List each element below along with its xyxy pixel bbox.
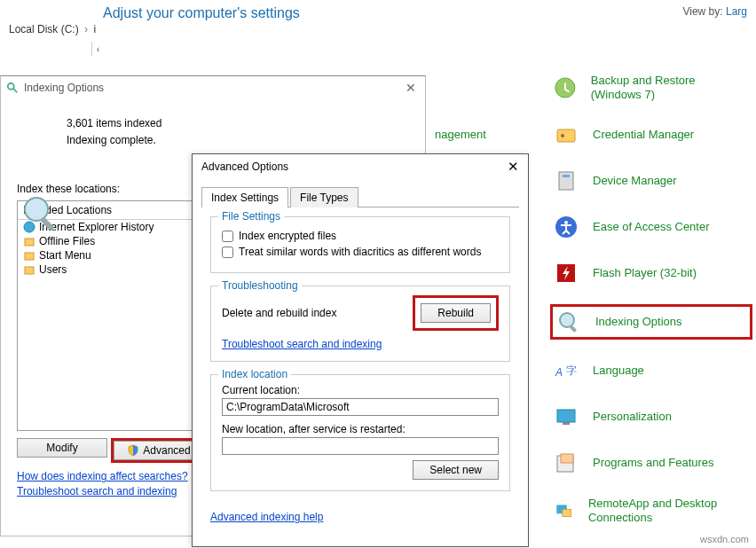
cp-item-credential[interactable]: Credential Manager — [550, 120, 752, 150]
breadcrumb-fragment: i — [93, 23, 96, 35]
index-icon — [556, 309, 581, 334]
svg-rect-23 — [40, 216, 55, 231]
list-item-label: Start Menu — [39, 249, 91, 262]
tab-index-settings[interactable]: Index Settings — [201, 187, 288, 207]
svg-line-21 — [13, 89, 17, 92]
select-new-button[interactable]: Select new — [413, 460, 499, 480]
folder-icon — [23, 249, 35, 262]
indexing-status: Indexing complete. — [67, 132, 409, 149]
cp-item-label: RemoteApp and Desktop Connections — [588, 497, 749, 524]
svg-text:字: 字 — [566, 364, 577, 377]
svg-point-8 — [560, 313, 574, 327]
svg-rect-27 — [25, 267, 34, 274]
folder-icon — [23, 263, 35, 276]
folder-icon — [23, 235, 35, 247]
cp-item-language[interactable]: A字Language — [550, 356, 752, 386]
file-settings-group: File Settings Index encrypted files Trea… — [210, 216, 510, 273]
index-location-group: Index location Current location: New loc… — [210, 374, 510, 491]
watermark: wsxdn.com — [700, 534, 749, 544]
svg-point-20 — [8, 83, 14, 90]
svg-rect-4 — [563, 175, 570, 177]
shield-icon — [127, 444, 139, 457]
svg-rect-26 — [25, 253, 34, 260]
cp-item-index[interactable]: Indexing Options — [550, 304, 752, 340]
credential-icon — [554, 122, 579, 147]
cp-item-remote[interactable]: RemoteApp and Desktop Connections — [550, 494, 752, 527]
personalization-icon — [554, 404, 579, 429]
cp-item-label: Flash Player (32-bit) — [593, 266, 697, 280]
tabs: Index Settings File Types — [201, 186, 519, 207]
titlebar[interactable]: Indexing Options ✕ — [1, 76, 425, 99]
rebuild-desc: Delete and rebuild index — [222, 307, 336, 319]
current-location-field[interactable] — [222, 398, 499, 416]
advanced-indexing-help-link[interactable]: Advanced indexing help — [210, 511, 323, 523]
cp-item-label: Personalization — [593, 410, 672, 424]
language-icon: A字 — [554, 358, 579, 383]
list-item-label: Users — [39, 263, 67, 276]
view-by-value[interactable]: Larg — [726, 5, 747, 18]
cp-item-flash[interactable]: Flash Player (32-bit) — [550, 258, 752, 288]
view-by[interactable]: View by: Larg — [682, 5, 747, 18]
device-icon — [554, 168, 579, 193]
cp-item-label: Device Manager — [593, 174, 677, 188]
encrypt-checkbox[interactable]: Index encrypted files — [222, 230, 499, 242]
magnifier-icon — [19, 192, 63, 236]
svg-rect-12 — [557, 410, 575, 422]
group-title-index-location: Index location — [218, 368, 291, 380]
svg-point-22 — [25, 198, 48, 221]
svg-text:A: A — [555, 366, 563, 379]
group-title-troubleshooting: Troubleshooting — [218, 279, 302, 292]
rebuild-button[interactable]: Rebuild — [421, 303, 491, 323]
close-icon[interactable]: ✕ — [406, 81, 416, 95]
group-title-file-settings: File Settings — [218, 210, 284, 223]
window-title: Indexing Options — [24, 82, 104, 94]
programs-icon — [554, 450, 579, 475]
cp-item-personalization[interactable]: Personalization — [550, 402, 752, 432]
new-location-label: New location, after service is restarted… — [222, 423, 499, 435]
breadcrumb-disk[interactable]: Local Disk (C:) — [9, 23, 79, 35]
new-location-field[interactable] — [222, 437, 499, 455]
svg-point-6 — [564, 221, 568, 224]
dialog-titlebar[interactable]: Advanced Options ✕ — [193, 154, 528, 179]
list-item-label: Offline Files — [39, 235, 95, 247]
dialog-title: Advanced Options — [201, 160, 288, 173]
control-panel-items: Backup and Restore (Windows 7)Credential… — [550, 71, 752, 548]
svg-point-2 — [561, 134, 564, 137]
modify-button[interactable]: Modify — [17, 438, 107, 458]
cp-item-label: Language — [593, 364, 644, 378]
svg-rect-17 — [563, 509, 571, 516]
checkbox-input[interactable] — [222, 231, 233, 242]
breadcrumb[interactable]: Local Disk (C:) › i — [9, 23, 96, 35]
tab-file-types[interactable]: File Types — [290, 187, 358, 207]
troubleshooting-group: Troubleshooting Delete and rebuild index… — [210, 286, 510, 362]
cp-item-backup[interactable]: Backup and Restore (Windows 7) — [550, 71, 752, 104]
svg-rect-15 — [561, 454, 573, 463]
chevron-left-icon[interactable]: ‹ — [91, 42, 104, 56]
advanced-button[interactable]: Advanced — [114, 441, 204, 460]
diacritics-checkbox[interactable]: Treat similar words with diacritics as d… — [222, 246, 499, 258]
cp-item-device[interactable]: Device Manager — [550, 166, 752, 196]
cp-item-label: Credential Manager — [593, 128, 694, 142]
troubleshoot-search-link[interactable]: Troubleshoot search and indexing — [222, 338, 382, 350]
cp-item-label: Backup and Restore (Windows 7) — [591, 74, 749, 101]
cp-item-ease[interactable]: Ease of Access Center — [550, 212, 752, 242]
items-indexed: 3,601 items indexed — [67, 115, 409, 132]
cp-item-label: Ease of Access Center — [593, 220, 710, 234]
checkbox-input[interactable] — [222, 247, 233, 258]
advanced-options-dialog: Advanced Options ✕ Index Settings File T… — [192, 153, 529, 547]
backup-icon — [554, 75, 577, 100]
truncated-item-label: nagement — [435, 128, 486, 141]
cp-item-programs[interactable]: Programs and Features — [550, 448, 752, 478]
ease-icon — [554, 215, 579, 239]
chevron-right-icon: › — [84, 23, 88, 35]
remote-icon — [554, 498, 574, 523]
page-title: Adjust your computer's settings — [103, 5, 300, 20]
view-by-label: View by: — [682, 5, 722, 18]
svg-rect-25 — [25, 239, 34, 246]
svg-rect-13 — [563, 422, 570, 425]
close-icon[interactable]: ✕ — [508, 159, 519, 175]
flash-icon — [554, 261, 579, 286]
current-location-label: Current location: — [222, 384, 499, 396]
rebuild-highlight: Rebuild — [413, 295, 499, 331]
search-icon — [6, 82, 19, 94]
